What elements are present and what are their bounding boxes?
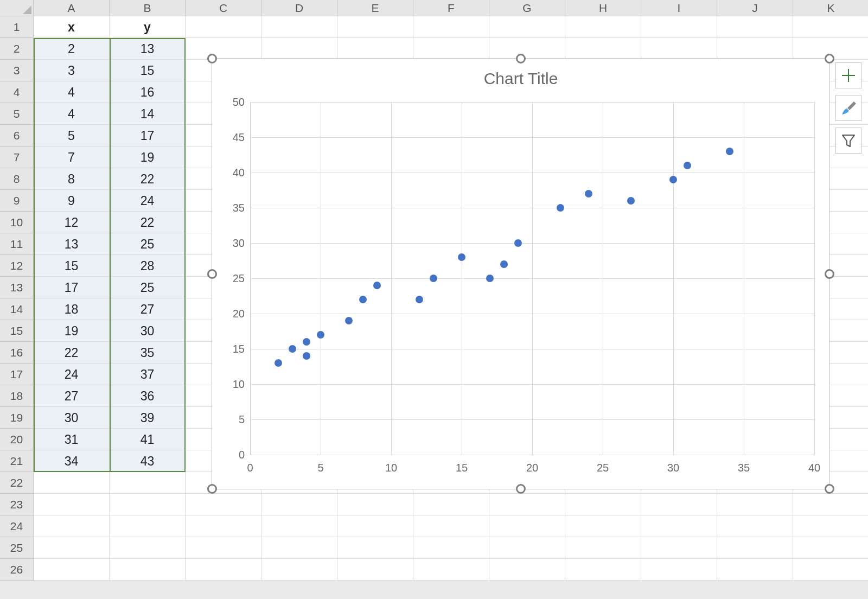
resize-handle-e[interactable] <box>825 269 834 279</box>
chart-elements-button[interactable] <box>835 62 861 88</box>
cell-F24[interactable] <box>413 515 489 537</box>
cell-D24[interactable] <box>261 515 337 537</box>
cell-A23[interactable] <box>34 494 110 515</box>
cell-H25[interactable] <box>565 537 641 559</box>
cell-F25[interactable] <box>413 537 489 559</box>
cell-A20[interactable]: 31 <box>34 429 110 450</box>
cell-A9[interactable]: 9 <box>34 190 110 212</box>
row-header-13[interactable]: 13 <box>0 277 34 298</box>
cell-B25[interactable] <box>110 537 186 559</box>
cell-A10[interactable]: 12 <box>34 212 110 233</box>
cell-I26[interactable] <box>641 559 717 581</box>
row-header-9[interactable]: 9 <box>0 190 34 212</box>
cell-G24[interactable] <box>489 515 565 537</box>
row-header-22[interactable]: 22 <box>0 472 34 494</box>
cell-B11[interactable]: 25 <box>110 233 186 255</box>
cell-B2[interactable]: 13 <box>110 38 186 60</box>
row-header-16[interactable]: 16 <box>0 342 34 364</box>
cell-C1[interactable] <box>186 16 261 38</box>
cell-B20[interactable]: 41 <box>110 429 186 450</box>
cell-A26[interactable] <box>34 559 110 581</box>
cell-B12[interactable]: 28 <box>110 255 186 277</box>
cell-I24[interactable] <box>641 515 717 537</box>
column-header-I[interactable]: I <box>641 0 717 16</box>
cell-A13[interactable]: 17 <box>34 277 110 298</box>
cell-I23[interactable] <box>641 494 717 515</box>
cell-A16[interactable]: 22 <box>34 342 110 364</box>
cell-G2[interactable] <box>489 38 565 60</box>
cell-B16[interactable]: 35 <box>110 342 186 364</box>
cell-K23[interactable] <box>793 494 868 515</box>
row-header-25[interactable]: 25 <box>0 537 34 559</box>
cell-E25[interactable] <box>337 537 413 559</box>
cell-K25[interactable] <box>793 537 868 559</box>
cell-G26[interactable] <box>489 559 565 581</box>
column-header-D[interactable]: D <box>261 0 337 16</box>
row-header-5[interactable]: 5 <box>0 103 34 125</box>
data-point[interactable] <box>684 162 691 169</box>
data-point[interactable] <box>486 275 494 282</box>
data-point[interactable] <box>345 317 353 324</box>
resize-handle-n[interactable] <box>516 54 526 63</box>
row-header-15[interactable]: 15 <box>0 320 34 342</box>
cell-A12[interactable]: 15 <box>34 255 110 277</box>
cell-A14[interactable]: 18 <box>34 298 110 320</box>
cell-D1[interactable] <box>261 16 337 38</box>
chart-object[interactable]: Chart Title 05101520253035404550 0510152… <box>212 58 830 489</box>
row-header-18[interactable]: 18 <box>0 385 34 407</box>
column-header-A[interactable]: A <box>34 0 110 16</box>
cell-D26[interactable] <box>261 559 337 581</box>
cell-D23[interactable] <box>261 494 337 515</box>
resize-handle-s[interactable] <box>516 484 526 494</box>
column-header-H[interactable]: H <box>565 0 641 16</box>
cell-B3[interactable]: 15 <box>110 60 186 81</box>
cell-H1[interactable] <box>565 16 641 38</box>
row-header-4[interactable]: 4 <box>0 81 34 103</box>
cell-J25[interactable] <box>717 537 793 559</box>
row-header-10[interactable]: 10 <box>0 212 34 233</box>
cell-J1[interactable] <box>717 16 793 38</box>
cell-A22[interactable] <box>34 472 110 494</box>
column-header-K[interactable]: K <box>793 0 868 16</box>
cell-E23[interactable] <box>337 494 413 515</box>
row-header-3[interactable]: 3 <box>0 60 34 81</box>
cell-B21[interactable]: 43 <box>110 450 186 472</box>
data-point[interactable] <box>416 296 423 303</box>
row-header-17[interactable]: 17 <box>0 364 34 385</box>
data-point[interactable] <box>303 338 310 346</box>
cell-A18[interactable]: 27 <box>34 385 110 407</box>
cell-G25[interactable] <box>489 537 565 559</box>
cell-A1[interactable]: x <box>34 16 110 38</box>
row-header-11[interactable]: 11 <box>0 233 34 255</box>
cell-A11[interactable]: 13 <box>34 233 110 255</box>
cell-C24[interactable] <box>186 515 261 537</box>
data-point[interactable] <box>669 176 677 183</box>
cell-A24[interactable] <box>34 515 110 537</box>
cell-B23[interactable] <box>110 494 186 515</box>
cell-I25[interactable] <box>641 537 717 559</box>
cell-J23[interactable] <box>717 494 793 515</box>
cell-A4[interactable]: 4 <box>34 81 110 103</box>
row-header-1[interactable]: 1 <box>0 16 34 38</box>
select-all-corner[interactable] <box>0 0 34 16</box>
cell-B1[interactable]: y <box>110 16 186 38</box>
cell-F26[interactable] <box>413 559 489 581</box>
cell-I2[interactable] <box>641 38 717 60</box>
row-header-2[interactable]: 2 <box>0 38 34 60</box>
chart-title[interactable]: Chart Title <box>212 69 829 88</box>
cell-F1[interactable] <box>413 16 489 38</box>
row-header-19[interactable]: 19 <box>0 407 34 429</box>
cell-C25[interactable] <box>186 537 261 559</box>
cell-B6[interactable]: 17 <box>110 125 186 146</box>
cell-E1[interactable] <box>337 16 413 38</box>
data-point[interactable] <box>317 331 324 339</box>
cell-A25[interactable] <box>34 537 110 559</box>
cell-E24[interactable] <box>337 515 413 537</box>
row-header-24[interactable]: 24 <box>0 515 34 537</box>
cell-K24[interactable] <box>793 515 868 537</box>
cell-J26[interactable] <box>717 559 793 581</box>
row-header-23[interactable]: 23 <box>0 494 34 515</box>
cell-G1[interactable] <box>489 16 565 38</box>
data-point[interactable] <box>289 345 296 353</box>
cell-C2[interactable] <box>186 38 261 60</box>
